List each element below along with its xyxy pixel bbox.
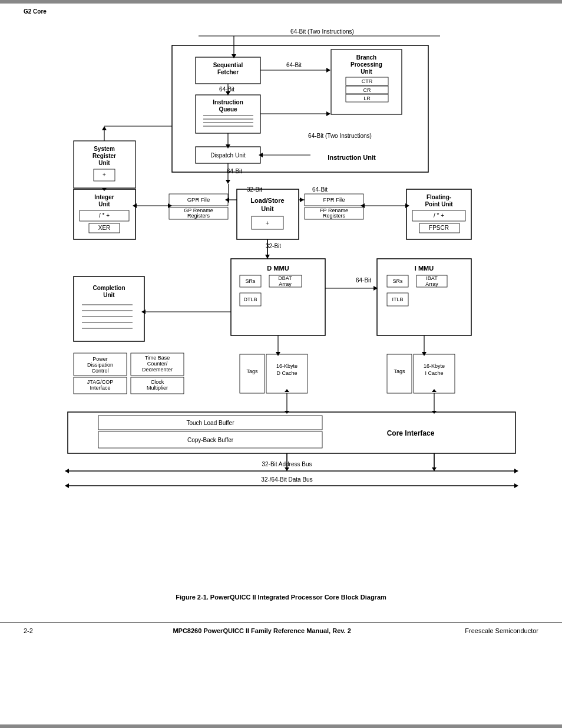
svg-text:64-Bit: 64-Bit	[356, 277, 371, 284]
svg-text:FPSCR: FPSCR	[429, 225, 449, 231]
svg-text:16-Kbyte: 16-Kbyte	[424, 363, 445, 369]
page-header: G2 Core	[0, 4, 562, 17]
diagram-area: 64-Bit (Two Instructions) Sequential Fet…	[0, 17, 562, 616]
svg-text:64-Bit: 64-Bit	[312, 186, 328, 193]
svg-text:XER: XER	[98, 225, 111, 231]
svg-marker-8	[326, 68, 330, 73]
bottom-bar	[0, 724, 562, 728]
svg-text:Floating-: Floating-	[427, 194, 451, 200]
page: G2 Core 64-Bit (Two Instructions) Sequen…	[0, 0, 562, 728]
svg-text:Instruction: Instruction	[213, 99, 243, 106]
svg-marker-94	[405, 203, 409, 208]
svg-text:/ * +: / * +	[99, 212, 110, 219]
svg-text:Clock: Clock	[151, 379, 164, 385]
svg-marker-3	[232, 54, 236, 58]
svg-text:Touch Load Buffer: Touch Load Buffer	[187, 420, 235, 426]
svg-text:CR: CR	[363, 87, 371, 93]
svg-text:ITLB: ITLB	[392, 297, 403, 302]
svg-rect-166	[68, 412, 515, 453]
svg-text:GPR File: GPR File	[187, 196, 210, 203]
svg-text:Unit: Unit	[98, 201, 110, 207]
svg-marker-181	[65, 483, 69, 488]
svg-text:/ * +: / * +	[434, 212, 444, 219]
svg-marker-173	[65, 469, 69, 473]
svg-text:LR: LR	[363, 95, 371, 101]
footer-title: MPC8260 PowerQUICC II Family Reference M…	[59, 627, 465, 634]
svg-text:SRs: SRs	[245, 278, 256, 284]
svg-text:I Cache: I Cache	[425, 370, 443, 376]
svg-text:I MMU: I MMU	[415, 265, 434, 272]
footer-bar: 2-2 MPC8260 PowerQUICC II Family Referen…	[0, 622, 562, 639]
svg-text:IBAT: IBAT	[426, 275, 438, 281]
svg-text:Array: Array	[279, 281, 292, 287]
svg-text:JTAG/COP: JTAG/COP	[87, 379, 113, 385]
svg-marker-135	[276, 352, 280, 356]
svg-text:Load/Store: Load/Store	[250, 197, 284, 204]
svg-text:CTR: CTR	[362, 78, 373, 84]
svg-text:Dissipation: Dissipation	[87, 362, 113, 368]
svg-text:Core Interface: Core Interface	[387, 429, 435, 437]
svg-text:System: System	[94, 146, 115, 152]
svg-text:Multiplier: Multiplier	[147, 385, 168, 391]
svg-text:DBAT: DBAT	[278, 275, 292, 281]
svg-text:D MMU: D MMU	[267, 265, 289, 272]
svg-marker-174	[514, 469, 518, 473]
svg-text:Registers: Registers	[187, 213, 210, 219]
footer-company: Freescale Semiconductor	[465, 627, 538, 634]
svg-marker-51	[102, 126, 107, 130]
svg-text:Interface: Interface	[90, 385, 110, 391]
svg-text:Time Base: Time Base	[145, 355, 170, 361]
svg-marker-49	[226, 180, 230, 184]
header-label: G2 Core	[24, 8, 47, 15]
svg-text:SRs: SRs	[392, 278, 403, 284]
svg-marker-91	[300, 197, 304, 202]
svg-text:Registers: Registers	[323, 213, 346, 219]
svg-text:Unit: Unit	[103, 292, 115, 298]
svg-text:64-Bit (Two Instructions): 64-Bit (Two Instructions)	[290, 28, 354, 35]
svg-text:64-Bit (Two Instructions): 64-Bit (Two Instructions)	[308, 133, 372, 139]
svg-marker-131	[141, 309, 146, 314]
svg-text:Completion: Completion	[93, 285, 125, 291]
svg-text:Point Unit: Point Unit	[425, 201, 453, 207]
svg-text:+: +	[103, 172, 106, 178]
svg-text:D Cache: D Cache	[276, 370, 297, 376]
svg-text:Power: Power	[92, 356, 108, 362]
svg-text:16-Kbyte: 16-Kbyte	[276, 363, 297, 369]
svg-text:DTLB: DTLB	[243, 297, 257, 302]
svg-text:Sequential: Sequential	[213, 62, 243, 68]
svg-text:Unit: Unit	[261, 205, 274, 212]
svg-text:Control: Control	[91, 368, 108, 374]
svg-text:Unit: Unit	[98, 160, 110, 166]
svg-text:Queue: Queue	[219, 106, 237, 113]
svg-text:Register: Register	[92, 153, 116, 159]
svg-marker-38	[326, 111, 330, 116]
svg-text:Counter/: Counter/	[147, 361, 168, 367]
svg-text:Tags: Tags	[246, 368, 258, 374]
svg-text:Branch: Branch	[356, 54, 376, 61]
svg-text:Array: Array	[425, 281, 438, 287]
svg-text:Dispatch Unit: Dispatch Unit	[210, 152, 246, 159]
svg-marker-86	[133, 203, 137, 208]
page-number: 2-2	[24, 627, 59, 634]
svg-text:Copy-Back Buffer: Copy-Back Buffer	[187, 437, 234, 443]
svg-marker-164	[432, 389, 437, 392]
diagram-svg-wrapper: 64-Bit (Two Instructions) Sequential Fet…	[35, 23, 527, 589]
svg-text:Processing: Processing	[351, 61, 382, 68]
block-diagram-svg: 64-Bit (Two Instructions) Sequential Fet…	[39, 23, 523, 589]
svg-marker-182	[514, 483, 518, 488]
svg-text:+: +	[266, 220, 269, 226]
figure-caption: Figure 2-1. PowerQUICC II Integrated Pro…	[35, 594, 527, 601]
svg-marker-133	[422, 352, 427, 356]
svg-text:64-Bit: 64-Bit	[286, 62, 302, 68]
svg-marker-161	[285, 389, 289, 392]
svg-text:Tags: Tags	[394, 368, 405, 374]
svg-text:Instruction Unit: Instruction Unit	[328, 154, 376, 161]
svg-marker-89	[225, 197, 229, 202]
svg-text:Fetcher: Fetcher	[217, 69, 239, 75]
svg-text:FPR File: FPR File	[323, 196, 345, 203]
svg-text:32-Bit: 32-Bit	[266, 243, 281, 249]
svg-text:64-Bit: 64-Bit	[227, 168, 242, 174]
svg-text:Decrementer: Decrementer	[142, 367, 173, 373]
svg-text:Unit: Unit	[361, 68, 372, 75]
svg-text:Integer: Integer	[94, 194, 114, 200]
